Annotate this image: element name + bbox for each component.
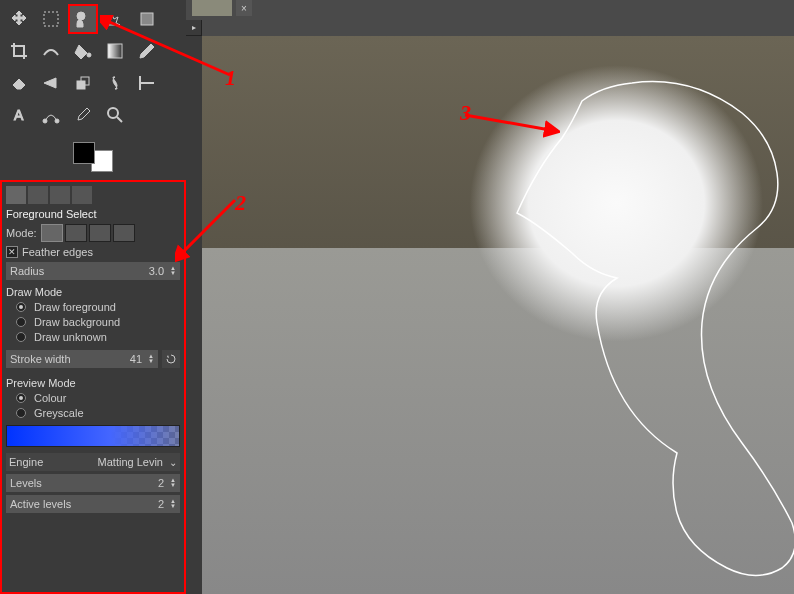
stroke-width-label: Stroke width	[10, 353, 130, 365]
annotation-arrow-3	[460, 110, 560, 140]
mode-replace[interactable]	[41, 224, 63, 242]
active-levels-label: Active levels	[10, 498, 158, 510]
spinner-arrows-icon[interactable]: ▲▼	[170, 266, 176, 276]
annotation-arrow-2	[175, 195, 245, 265]
spinner-arrows-icon[interactable]: ▲▼	[148, 354, 154, 364]
unified-transform-tool[interactable]	[36, 36, 66, 66]
radius-value: 3.0	[149, 265, 164, 277]
svg-text:A: A	[14, 107, 24, 123]
tool-options-tab[interactable]	[6, 186, 26, 204]
stroke-width-reset[interactable]	[162, 350, 180, 368]
move-tool[interactable]	[4, 4, 34, 34]
stroke-width-spinner[interactable]: Stroke width 41 ▲▼	[6, 350, 158, 368]
svg-rect-0	[44, 12, 58, 26]
svg-line-12	[180, 200, 235, 255]
images-tab[interactable]	[72, 186, 92, 204]
image-tab-bar: ×	[186, 0, 794, 20]
feather-label: Feather edges	[22, 246, 93, 258]
undo-history-tab[interactable]	[50, 186, 70, 204]
text-tool[interactable]: A	[4, 100, 34, 130]
draw-unknown-radio[interactable]	[16, 332, 26, 342]
zoom-tool[interactable]	[100, 100, 130, 130]
draw-foreground-label: Draw foreground	[34, 301, 116, 313]
canvas-area: × 0 50 100 150 200 250 300 350 400 450 5…	[186, 0, 794, 594]
image-tab-thumbnail[interactable]	[192, 0, 232, 16]
preview-colour-label: Colour	[34, 392, 66, 404]
stroke-width-value: 41	[130, 353, 142, 365]
svg-line-11	[105, 20, 230, 75]
clone-tool[interactable]	[68, 68, 98, 98]
preview-greyscale-radio[interactable]	[16, 408, 26, 418]
annotation-arrow-1	[100, 15, 240, 85]
preview-color-swatch[interactable]	[6, 425, 180, 447]
engine-label: Engine	[9, 456, 98, 468]
svg-point-3	[87, 53, 91, 57]
svg-point-9	[55, 119, 59, 123]
mode-intersect[interactable]	[113, 224, 135, 242]
dock-tabs	[6, 186, 180, 204]
mode-add[interactable]	[65, 224, 87, 242]
levels-label: Levels	[10, 477, 158, 489]
svg-line-13	[465, 115, 550, 130]
draw-background-label: Draw background	[34, 316, 120, 328]
color-swatch[interactable]	[73, 142, 113, 172]
mode-subtract[interactable]	[89, 224, 111, 242]
svg-point-10	[108, 108, 118, 118]
draw-foreground-radio[interactable]	[16, 302, 26, 312]
preview-greyscale-label: Greyscale	[34, 407, 84, 419]
chevron-down-icon: ⌄	[169, 457, 177, 468]
svg-point-1	[77, 12, 85, 20]
active-levels-spinner[interactable]: Active levels 2 ▲▼	[6, 495, 180, 513]
mode-label: Mode:	[6, 227, 37, 239]
left-panel: A Foreground Select Mode:	[0, 0, 186, 594]
preview-colour-radio[interactable]	[16, 393, 26, 403]
active-levels-value: 2	[158, 498, 164, 510]
device-status-tab[interactable]	[28, 186, 48, 204]
color-picker-tool[interactable]	[68, 100, 98, 130]
bucket-fill-tool[interactable]	[68, 36, 98, 66]
spinner-arrows-icon[interactable]: ▲▼	[170, 499, 176, 509]
draw-unknown-label: Draw unknown	[34, 331, 107, 343]
draw-mode-label: Draw Mode	[6, 286, 180, 298]
levels-value: 2	[158, 477, 164, 489]
close-tab-button[interactable]: ×	[236, 0, 252, 16]
preview-mode-label: Preview Mode	[6, 377, 180, 389]
radius-spinner[interactable]: Radius 3.0 ▲▼	[6, 262, 180, 280]
engine-dropdown[interactable]: Engine Matting Levin ⌄	[6, 453, 180, 471]
spinner-arrows-icon[interactable]: ▲▼	[170, 478, 176, 488]
levels-spinner[interactable]: Levels 2 ▲▼	[6, 474, 180, 492]
svg-point-8	[43, 119, 47, 123]
foreground-select-tool[interactable]	[68, 4, 98, 34]
eraser-tool[interactable]	[4, 68, 34, 98]
engine-value: Matting Levin	[98, 456, 163, 468]
feather-checkbox[interactable]: ✕	[6, 246, 18, 258]
rectangle-select-tool[interactable]	[36, 4, 66, 34]
paths-tool[interactable]	[36, 100, 66, 130]
reset-icon	[165, 353, 177, 365]
tool-options-panel: Foreground Select Mode: ✕ Feather edges …	[0, 180, 186, 594]
crop-tool[interactable]	[4, 36, 34, 66]
tool-options-title: Foreground Select	[6, 208, 180, 220]
airbrush-tool[interactable]	[36, 68, 66, 98]
foreground-color[interactable]	[73, 142, 95, 164]
draw-background-radio[interactable]	[16, 317, 26, 327]
radius-label: Radius	[10, 265, 149, 277]
vertical-ruler[interactable]	[186, 36, 202, 594]
